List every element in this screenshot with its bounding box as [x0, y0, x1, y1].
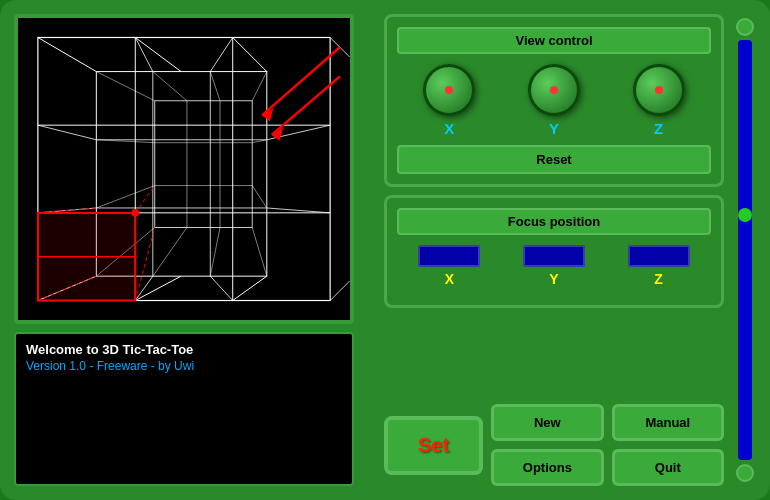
focus-z-label: Z — [654, 271, 663, 287]
scroll-track[interactable] — [738, 40, 752, 460]
3d-grid-svg — [18, 18, 350, 320]
knob-y-dot — [550, 86, 558, 94]
knob-x-label: X — [444, 120, 454, 137]
knobs-row: X Y Z — [397, 64, 711, 137]
set-button[interactable]: Set — [384, 416, 483, 475]
knob-z-label: Z — [654, 120, 663, 137]
knob-x-dot — [445, 86, 453, 94]
knob-y-group: Y — [528, 64, 580, 137]
action-buttons: New Manual Options Quit — [491, 404, 724, 486]
svg-point-51 — [131, 209, 139, 217]
focus-y-group: Y — [523, 245, 585, 287]
focus-x-label: X — [445, 271, 454, 287]
left-panel: Welcome to 3D Tic-Tac-Toe Version 1.0 - … — [14, 14, 374, 486]
knob-z-group: Z — [633, 64, 685, 137]
info-subtitle: Version 1.0 - Freeware - by Uwi — [26, 359, 342, 373]
quit-button[interactable]: Quit — [612, 449, 724, 486]
focus-y-label: Y — [549, 271, 558, 287]
focus-y-input[interactable] — [523, 245, 585, 267]
bottom-row: Set New Manual Options Quit — [384, 404, 724, 486]
focus-x-input[interactable] — [418, 245, 480, 267]
focus-z-input[interactable] — [628, 245, 690, 267]
scrollbar-panel — [734, 14, 756, 486]
focus-inputs-row: X Y Z — [397, 245, 711, 287]
scroll-thumb[interactable] — [738, 208, 752, 222]
knob-x[interactable] — [423, 64, 475, 116]
main-container: Welcome to 3D Tic-Tac-Toe Version 1.0 - … — [0, 0, 770, 500]
info-title: Welcome to 3D Tic-Tac-Toe — [26, 342, 342, 357]
view-control-box: View control X Y Z Reset — [384, 14, 724, 187]
knob-y-label: Y — [549, 120, 559, 137]
scroll-down-button[interactable] — [736, 464, 754, 482]
focus-position-box: Focus position X Y Z — [384, 195, 724, 308]
grid-canvas — [14, 14, 354, 324]
focus-x-group: X — [418, 245, 480, 287]
knob-x-group: X — [423, 64, 475, 137]
scroll-up-button[interactable] — [736, 18, 754, 36]
new-button[interactable]: New — [491, 404, 603, 441]
reset-button[interactable]: Reset — [397, 145, 711, 174]
info-box: Welcome to 3D Tic-Tac-Toe Version 1.0 - … — [14, 332, 354, 486]
manual-button[interactable]: Manual — [612, 404, 724, 441]
options-button[interactable]: Options — [491, 449, 603, 486]
focus-z-group: Z — [628, 245, 690, 287]
view-control-title: View control — [397, 27, 711, 54]
knob-z-dot — [655, 86, 663, 94]
right-panel: View control X Y Z Reset Focus position — [384, 14, 724, 486]
knob-y[interactable] — [528, 64, 580, 116]
knob-z[interactable] — [633, 64, 685, 116]
focus-position-title: Focus position — [397, 208, 711, 235]
